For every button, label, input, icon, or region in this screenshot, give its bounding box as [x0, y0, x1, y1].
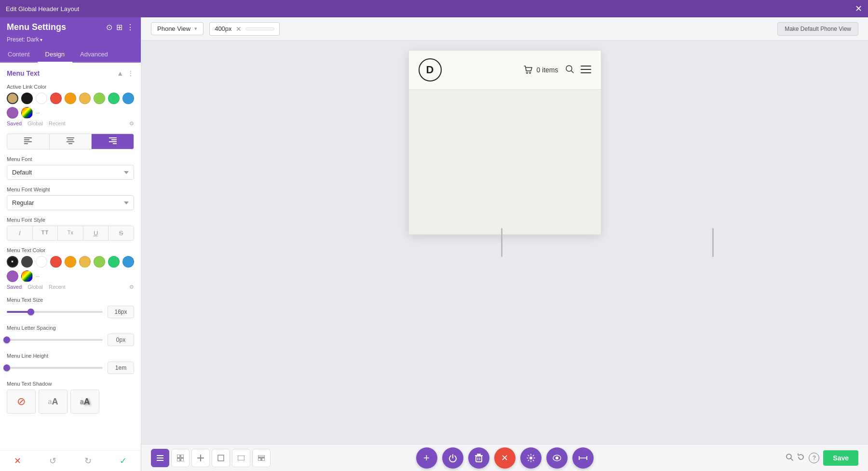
tool-wireframe-btn[interactable] — [151, 449, 169, 467]
redo-btn[interactable]: ↻ — [70, 451, 106, 471]
font-italic-btn[interactable]: I — [7, 226, 33, 240]
tool-layout-btn[interactable] — [252, 449, 271, 467]
line-height-value[interactable]: 1em — [108, 362, 134, 374]
text-size-track[interactable] — [7, 311, 103, 313]
swatch-black[interactable] — [21, 93, 33, 104]
shadow-none-btn[interactable]: ⊘ — [7, 390, 36, 414]
make-default-btn[interactable]: Make Default Phone View — [777, 22, 858, 36]
tab-design[interactable]: Design — [38, 47, 72, 63]
power-btn[interactable] — [442, 447, 463, 469]
font-strikethrough-btn[interactable]: S — [108, 226, 134, 240]
svg-rect-32 — [262, 458, 265, 461]
tool-add-btn[interactable] — [191, 449, 210, 467]
shadow-light-btn[interactable]: aA — [39, 390, 68, 414]
swatch-light-green[interactable] — [94, 93, 105, 104]
text-swatch-dark[interactable] — [21, 256, 33, 268]
text-size-value[interactable]: 16px — [108, 306, 134, 318]
visibility-circle-btn[interactable] — [546, 447, 568, 469]
menu-font-weight-select[interactable]: Regular — [7, 195, 134, 210]
letter-spacing-track[interactable] — [7, 339, 103, 341]
align-right-btn[interactable] — [92, 134, 134, 149]
swatch-white[interactable] — [36, 93, 47, 104]
search-icon[interactable] — [565, 65, 574, 76]
settings-circle-btn[interactable] — [520, 447, 542, 469]
cart-count: 0 items — [536, 66, 558, 74]
tab-content[interactable]: Content — [0, 47, 38, 62]
view-select[interactable]: Phone View ▾ — [151, 22, 203, 35]
text-swatch-custom[interactable] — [21, 270, 33, 282]
text-swatch-green[interactable] — [108, 256, 120, 268]
text-color-more-btn[interactable]: ··· — [36, 274, 40, 279]
tool-select-btn[interactable] — [212, 449, 230, 467]
close-circle-btn[interactable]: ✕ — [494, 447, 515, 469]
swatch-custom[interactable] — [21, 107, 33, 119]
text-swatch-orange[interactable] — [65, 256, 76, 268]
width-value[interactable]: 400px — [215, 25, 231, 32]
color-more-btn[interactable]: ··· — [36, 110, 40, 116]
text-swatch-purple[interactable] — [7, 270, 18, 282]
text-color-gear-icon[interactable]: ⚙ — [129, 284, 134, 290]
color-tab-global[interactable]: Global — [27, 121, 43, 127]
align-left-btn[interactable] — [7, 134, 50, 149]
search-right-icon[interactable] — [786, 453, 793, 463]
save-button[interactable]: Save — [823, 450, 858, 466]
text-swatch-yellow[interactable] — [79, 256, 91, 268]
text-swatch-black[interactable] — [7, 256, 18, 268]
menu-font-select[interactable]: Default — [7, 165, 134, 180]
color-tab-recent[interactable]: Recent — [49, 121, 66, 127]
swatch-blue[interactable] — [122, 93, 134, 104]
menu-font-label: Menu Font — [7, 156, 134, 162]
undo-btn[interactable]: ↺ — [35, 451, 70, 471]
letter-spacing-value[interactable]: 0px — [108, 334, 134, 346]
text-swatch-red[interactable] — [50, 256, 62, 268]
swatch-tan[interactable] — [7, 93, 18, 104]
swatch-yellow[interactable] — [79, 93, 91, 104]
text-size-thumb[interactable] — [27, 309, 34, 315]
text-color-tab-saved[interactable]: Saved — [7, 284, 22, 290]
text-swatch-white[interactable] — [36, 256, 47, 268]
add-circle-btn[interactable]: + — [416, 447, 437, 469]
text-swatch-light-green[interactable] — [94, 256, 105, 268]
color-tab-saved[interactable]: Saved — [7, 121, 22, 127]
eye-icon[interactable]: ⊙ — [106, 23, 112, 32]
drag-handle-left[interactable] — [501, 228, 502, 257]
text-color-tab-recent[interactable]: Recent — [49, 284, 66, 290]
swatch-purple[interactable] — [7, 107, 18, 119]
svg-rect-7 — [68, 143, 72, 144]
tool-frame-btn[interactable] — [232, 449, 250, 467]
text-swatch-blue[interactable] — [122, 256, 134, 268]
layout-icon[interactable]: ⊞ — [116, 23, 122, 32]
help-right-icon[interactable]: ? — [809, 453, 819, 463]
font-uppercase-btn[interactable]: TT — [33, 226, 58, 240]
tab-advanced[interactable]: Advanced — [72, 47, 116, 62]
close-icon[interactable]: ✕ — [855, 4, 862, 13]
line-height-thumb[interactable] — [3, 364, 10, 371]
cancel-btn[interactable]: ✕ — [0, 451, 35, 471]
font-underline-btn[interactable]: U — [83, 226, 109, 240]
delete-btn[interactable] — [468, 447, 489, 469]
swatch-red[interactable] — [50, 93, 62, 104]
drag-handle-right[interactable] — [712, 228, 714, 257]
font-capitalize-btn[interactable]: Tx — [58, 226, 83, 240]
collapse-icon[interactable]: ▲ — [117, 69, 123, 77]
hamburger-menu-icon[interactable] — [581, 65, 591, 76]
svg-point-14 — [566, 66, 572, 71]
tool-grid-btn[interactable] — [171, 449, 190, 467]
more-icon[interactable]: ⋮ — [126, 23, 134, 32]
confirm-btn[interactable]: ✓ — [106, 451, 141, 471]
color-gear-icon[interactable]: ⚙ — [129, 121, 134, 127]
history-right-icon[interactable] — [797, 453, 805, 463]
resize-circle-btn[interactable] — [572, 447, 594, 469]
shadow-dark-btn[interactable]: aA — [70, 390, 99, 414]
svg-line-45 — [791, 458, 793, 460]
line-height-track[interactable] — [7, 367, 103, 369]
preset-arrow[interactable]: ▾ — [40, 37, 42, 42]
swatch-green[interactable] — [108, 93, 120, 104]
swatch-orange[interactable] — [65, 93, 76, 104]
align-center-btn[interactable] — [50, 134, 92, 149]
text-color-tab-global[interactable]: Global — [27, 284, 43, 290]
section-more-icon[interactable]: ⋮ — [127, 69, 134, 77]
letter-spacing-thumb[interactable] — [3, 336, 10, 343]
width-extra-input[interactable] — [245, 27, 274, 30]
width-clear-btn[interactable]: ✕ — [236, 25, 242, 33]
